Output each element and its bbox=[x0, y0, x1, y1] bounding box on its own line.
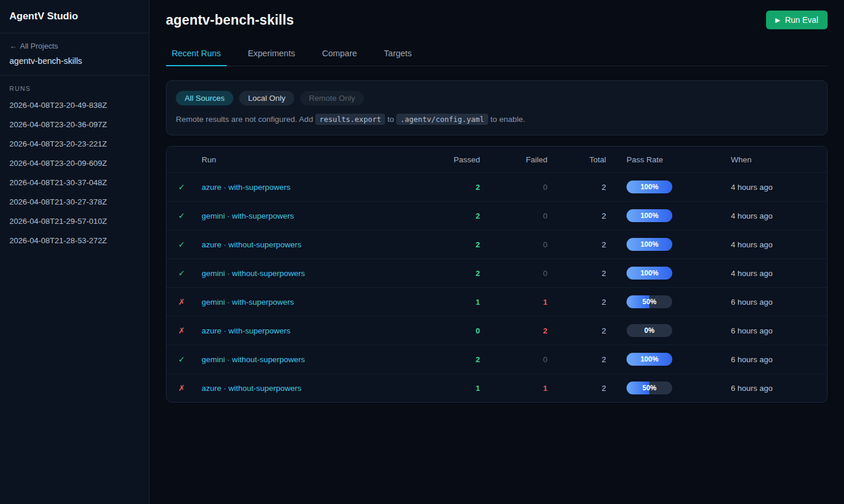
run-name-link[interactable]: azure · without-superpowers bbox=[202, 240, 301, 249]
tab-compare[interactable]: Compare bbox=[316, 43, 363, 66]
run-id: 2026-04-08T21-29-57-010Z bbox=[9, 217, 107, 226]
run-name-link[interactable]: gemini · with-superpowers bbox=[202, 298, 294, 307]
pass-rate-label: 100% bbox=[627, 267, 672, 280]
when-text: 6 hours ago bbox=[731, 384, 772, 393]
table-row[interactable]: ✗ azure · without-superpowers 1 1 2 50% … bbox=[166, 373, 827, 402]
sidebar: AgentV Studio ←All Projects agentv-bench… bbox=[0, 0, 149, 504]
table-row[interactable]: ✓ gemini · without-superpowers 2 0 2 100… bbox=[166, 345, 827, 373]
sidebar-run-item[interactable]: 2026-04-08T21-29-57-010Z bbox=[0, 212, 149, 231]
status-icon: ✓ bbox=[178, 268, 185, 278]
pass-rate-badge: 50% bbox=[627, 295, 672, 308]
pass-rate-label: 100% bbox=[627, 238, 672, 251]
tab-bar: Recent Runs Experiments Compare Targets bbox=[166, 43, 828, 66]
total-count: 2 bbox=[547, 326, 606, 335]
when-text: 4 hours ago bbox=[731, 240, 772, 249]
when-text: 6 hours ago bbox=[731, 355, 772, 364]
failed-count: 0 bbox=[480, 212, 547, 220]
pass-rate-badge: 0% bbox=[627, 324, 672, 337]
note-suffix: to enable. bbox=[488, 115, 525, 124]
table-row[interactable]: ✓ azure · without-superpowers 2 0 2 100%… bbox=[166, 230, 827, 258]
run-name-link[interactable]: gemini · without-superpowers bbox=[202, 269, 305, 278]
sidebar-run-item[interactable]: 2026-04-08T21-30-27-378Z bbox=[0, 192, 149, 212]
chip-label: Local Only bbox=[248, 94, 285, 103]
chip-label: All Sources bbox=[185, 94, 224, 103]
pass-rate-badge: 100% bbox=[627, 181, 672, 193]
run-id: 2026-04-08T23-20-49-838Z bbox=[9, 101, 107, 110]
tab-label: Recent Runs bbox=[172, 49, 221, 58]
column-header-run: Run bbox=[202, 155, 421, 164]
pass-rate-badge: 100% bbox=[627, 209, 672, 222]
sidebar-project-name: agentv-bench-skills bbox=[9, 56, 139, 66]
sidebar-run-item[interactable]: 2026-04-08T23-20-09-609Z bbox=[0, 154, 149, 173]
run-eval-button[interactable]: ▶ Run Eval bbox=[766, 11, 828, 29]
table-row[interactable]: ✓ gemini · with-superpowers 2 0 2 100% 4… bbox=[166, 201, 827, 230]
chip-remote-only: Remote Only bbox=[300, 91, 364, 105]
status-icon: ✓ bbox=[178, 182, 185, 192]
when-text: 6 hours ago bbox=[731, 298, 772, 307]
status-icon: ✓ bbox=[178, 355, 185, 364]
table-row[interactable]: ✗ azure · with-superpowers 0 2 2 0% 6 ho… bbox=[166, 316, 827, 345]
back-arrow-icon: ← bbox=[9, 42, 17, 50]
pass-rate-label: 50% bbox=[627, 295, 672, 308]
run-name-link[interactable]: azure · with-superpowers bbox=[202, 326, 291, 335]
pass-rate-label: 100% bbox=[627, 353, 672, 366]
failed-count: 1 bbox=[480, 384, 547, 393]
tab-experiments[interactable]: Experiments bbox=[242, 43, 301, 66]
column-header-pass-rate: Pass Rate bbox=[606, 155, 731, 164]
chip-local-only[interactable]: Local Only bbox=[239, 91, 294, 105]
source-filter-chips: All Sources Local Only Remote Only bbox=[176, 91, 818, 105]
play-icon: ▶ bbox=[775, 16, 780, 24]
main-content: agentv-bench-skills ▶ Run Eval Recent Ru… bbox=[149, 0, 844, 504]
failed-count: 1 bbox=[480, 298, 547, 307]
status-icon: ✗ bbox=[178, 297, 185, 307]
run-eval-label: Run Eval bbox=[785, 15, 818, 25]
total-count: 2 bbox=[547, 355, 606, 364]
passed-count: 1 bbox=[421, 298, 480, 307]
main-header: agentv-bench-skills ▶ Run Eval bbox=[166, 11, 828, 29]
total-count: 2 bbox=[547, 298, 606, 307]
note-code-results-export: results.export bbox=[315, 114, 385, 125]
runs-heading: RUNS bbox=[0, 76, 149, 96]
sidebar-run-item[interactable]: 2026-04-08T21-30-37-048Z bbox=[0, 173, 149, 192]
chip-all-sources[interactable]: All Sources bbox=[176, 91, 233, 105]
run-name-link[interactable]: azure · without-superpowers bbox=[202, 384, 301, 393]
page-title: agentv-bench-skills bbox=[166, 12, 294, 28]
sidebar-run-item[interactable]: 2026-04-08T23-20-36-097Z bbox=[0, 115, 149, 134]
table-row[interactable]: ✓ gemini · without-superpowers 2 0 2 100… bbox=[166, 258, 827, 287]
total-count: 2 bbox=[547, 212, 606, 220]
remote-config-note: Remote results are not configured. Add r… bbox=[176, 115, 818, 124]
pass-rate-badge: 100% bbox=[627, 267, 672, 280]
tab-targets[interactable]: Targets bbox=[378, 43, 418, 66]
table-row[interactable]: ✓ azure · with-superpowers 2 0 2 100% 4 … bbox=[166, 172, 827, 201]
when-text: 4 hours ago bbox=[731, 212, 772, 220]
failed-count: 0 bbox=[480, 240, 547, 249]
total-count: 2 bbox=[547, 240, 606, 249]
sidebar-run-item[interactable]: 2026-04-08T23-20-49-838Z bbox=[0, 96, 149, 115]
note-middle: to bbox=[385, 115, 396, 124]
when-text: 4 hours ago bbox=[731, 183, 772, 192]
status-icon: ✓ bbox=[178, 240, 185, 249]
passed-count: 1 bbox=[421, 384, 480, 393]
run-id: 2026-04-08T21-30-37-048Z bbox=[9, 178, 107, 187]
note-prefix: Remote results are not configured. Add bbox=[176, 115, 315, 124]
sidebar-run-item[interactable]: 2026-04-08T21-28-53-272Z bbox=[0, 231, 149, 250]
failed-count: 0 bbox=[480, 355, 547, 364]
tab-label: Targets bbox=[384, 49, 412, 58]
sidebar-project-section: ←All Projects agentv-bench-skills bbox=[0, 33, 149, 76]
run-list: 2026-04-08T23-20-49-838Z 2026-04-08T23-2… bbox=[0, 96, 149, 250]
table-row[interactable]: ✗ gemini · with-superpowers 1 1 2 50% 6 … bbox=[166, 287, 827, 316]
run-name-link[interactable]: gemini · without-superpowers bbox=[202, 355, 305, 364]
sidebar-run-item[interactable]: 2026-04-08T23-20-23-221Z bbox=[0, 134, 149, 154]
failed-count: 2 bbox=[480, 326, 547, 335]
tab-label: Compare bbox=[322, 49, 357, 58]
tab-recent-runs[interactable]: Recent Runs bbox=[166, 43, 227, 66]
run-name-link[interactable]: azure · with-superpowers bbox=[202, 183, 291, 192]
passed-count: 2 bbox=[421, 212, 480, 220]
passed-count: 2 bbox=[421, 269, 480, 278]
run-id: 2026-04-08T23-20-23-221Z bbox=[9, 139, 107, 148]
run-name-link[interactable]: gemini · with-superpowers bbox=[202, 212, 294, 220]
back-to-projects-link[interactable]: ←All Projects bbox=[9, 42, 139, 50]
pass-rate-badge: 100% bbox=[627, 238, 672, 251]
column-header-total: Total bbox=[547, 155, 606, 164]
failed-count: 0 bbox=[480, 269, 547, 278]
